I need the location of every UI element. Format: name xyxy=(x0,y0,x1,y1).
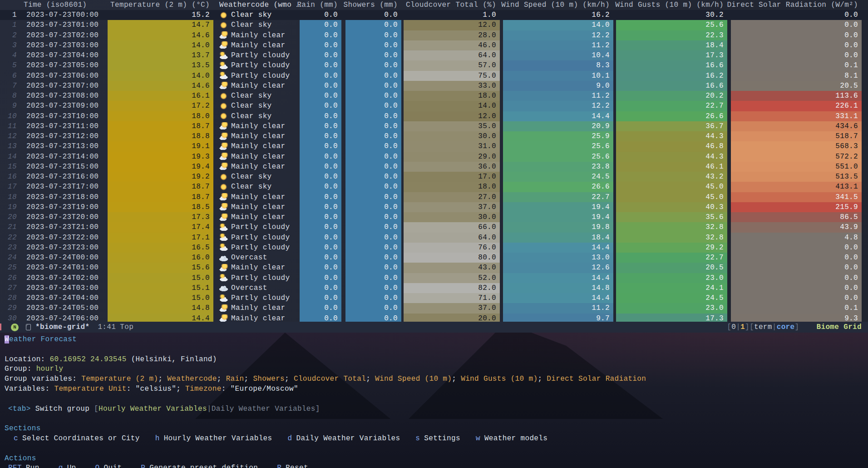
table-row[interactable]: 262023-07-24T02:0015.0Partly cloudy0.00.… xyxy=(0,273,868,283)
action-item-P[interactable]: PGenerate preset defition xyxy=(141,463,258,468)
cell-cloud: 64.0 xyxy=(404,50,500,60)
table-row[interactable]: 292023-07-24T05:0014.8Mainly clear0.00.0… xyxy=(0,303,868,313)
cell-temp: 14.0 xyxy=(108,40,213,50)
table-row[interactable]: 52023-07-23T05:0013.5Partly cloudy0.00.0… xyxy=(0,60,868,70)
cell-temp: 18.7 xyxy=(108,121,213,131)
table-row[interactable]: 272023-07-24T03:0015.1Overcast0.00.082.0… xyxy=(0,283,868,293)
section-item-s[interactable]: sSettings xyxy=(415,434,460,444)
action-item-Q[interactable]: QQuit xyxy=(95,463,122,468)
table-row[interactable]: 82023-07-23T08:0016.1Clear sky0.00.018.0… xyxy=(0,91,868,101)
col-header-wind: Wind Speed (10 m) (km/h) xyxy=(503,1,613,9)
cell-weathercode: Mainly clear xyxy=(216,131,297,141)
tab-hint-segment[interactable]: Daily Weather Variables xyxy=(212,405,316,413)
action-item-R[interactable]: RReset xyxy=(277,463,308,468)
table-row[interactable]: 232023-07-23T23:0016.5Partly cloudy0.00.… xyxy=(0,243,868,253)
action-key: P xyxy=(141,464,145,468)
table-row[interactable]: 282023-07-24T04:0015.0Partly cloudy0.00.… xyxy=(0,293,868,303)
table-row[interactable]: 142023-07-23T14:0019.3Mainly clear0.00.0… xyxy=(0,152,868,162)
cell-showers: 0.0 xyxy=(345,10,401,20)
cell-rain: 0.0 xyxy=(300,192,341,202)
cell-cloud: 43.0 xyxy=(404,263,500,273)
table-row[interactable]: 162023-07-23T16:0019.2Clear sky0.00.017.… xyxy=(0,172,868,182)
cell-solar: 331.1 xyxy=(731,111,862,121)
partly-cloudy-icon xyxy=(219,224,228,231)
line-number: 1 xyxy=(0,21,20,29)
table-row[interactable]: 102023-07-23T10:0018.0Clear sky0.00.012.… xyxy=(0,111,868,121)
tab-hint-segment: Switch group xyxy=(31,405,94,413)
table-row[interactable]: 192023-07-23T19:0018.5Mainly clear0.00.0… xyxy=(0,202,868,212)
location-coordinates[interactable]: 60.16952 24.93545 xyxy=(50,355,127,363)
table-row[interactable]: 62023-07-23T06:0014.0Partly cloudy0.00.0… xyxy=(0,71,868,81)
mainly-clear-icon xyxy=(219,264,228,272)
cell-temp: 14.6 xyxy=(108,81,213,91)
table-row[interactable]: 152023-07-23T15:0019.4Mainly clear0.00.0… xyxy=(0,162,868,172)
cell-gusts: 36.7 xyxy=(616,121,727,131)
table-row[interactable]: 302023-07-24T06:0014.4Mainly clear0.00.0… xyxy=(0,314,868,322)
table-row[interactable]: 12023-07-23T01:0014.7Clear sky0.00.012.0… xyxy=(0,20,868,30)
table-row[interactable]: 72023-07-23T07:0014.6Mainly clear0.00.03… xyxy=(0,81,868,91)
cell-weathercode: Mainly clear xyxy=(216,81,297,91)
group-variable: Rain xyxy=(226,375,244,383)
cell-cloud: 17.0 xyxy=(404,172,500,182)
col-header-solar: Direct Solar Radiation (W/m²) xyxy=(731,1,862,9)
cell-showers: 0.0 xyxy=(345,60,401,70)
cell-gusts: 18.4 xyxy=(616,40,727,50)
cell-temp: 19.4 xyxy=(108,162,213,172)
section-item-w[interactable]: wWeather models xyxy=(476,434,547,444)
line-number: 18 xyxy=(0,193,20,201)
cell-time: 2023-07-23T18:00 xyxy=(20,193,104,201)
cell-time: 2023-07-23T04:00 xyxy=(20,51,104,60)
variables-segment: : "Europe/Moscow" xyxy=(222,385,298,393)
action-item-RET[interactable]: RETRun xyxy=(8,463,39,468)
cell-temp: 14.8 xyxy=(108,303,213,313)
weathercode-label: Clear sky xyxy=(231,173,272,181)
cell-wind: 12.6 xyxy=(503,263,613,273)
table-row[interactable]: 172023-07-23T17:0018.7Clear sky0.00.018.… xyxy=(0,182,868,192)
cell-gusts: 44.3 xyxy=(616,152,727,162)
cell-gusts: 20.2 xyxy=(616,91,727,101)
cell-cloud: 1.0 xyxy=(404,10,500,20)
group-value[interactable]: hourly xyxy=(36,365,64,373)
section-item-d[interactable]: dDaily Weather Variables xyxy=(288,434,400,444)
cell-gusts: 20.5 xyxy=(616,263,727,273)
table-row[interactable]: 42023-07-23T04:0013.7Partly cloudy0.00.0… xyxy=(0,50,868,60)
table-row[interactable]: 32023-07-23T03:0014.0Mainly clear0.00.04… xyxy=(0,40,868,50)
cell-wind: 9.0 xyxy=(503,81,613,91)
tab-hint-segment: <tab> xyxy=(8,405,31,413)
cell-showers: 0.0 xyxy=(345,121,401,131)
cell-solar: 0.1 xyxy=(731,303,862,313)
table-row[interactable]: 22023-07-23T02:0014.6Mainly clear0.00.02… xyxy=(0,30,868,40)
cell-time: 2023-07-23T16:00 xyxy=(20,173,104,181)
table-row[interactable]: 222023-07-23T22:0017.1Partly cloudy0.00.… xyxy=(0,233,868,243)
cell-time: 2023-07-23T10:00 xyxy=(20,112,104,120)
section-item-c[interactable]: cSelect Coordinates or City xyxy=(14,434,140,444)
table-row[interactable]: 202023-07-23T20:0017.3Mainly clear0.00.0… xyxy=(0,212,868,222)
cell-cloud: 33.0 xyxy=(404,81,500,91)
location-line: Location: 60.16952 24.93545 (Helsinki, F… xyxy=(5,355,868,365)
line-number: 5 xyxy=(0,61,20,70)
table-row[interactable]: 212023-07-23T21:0017.4Partly cloudy0.00.… xyxy=(0,222,868,232)
action-item-q[interactable]: qUp xyxy=(59,463,76,468)
section-item-h[interactable]: hHourly Weather Variables xyxy=(155,434,272,444)
cell-temp: 15.0 xyxy=(108,293,213,303)
table-row[interactable]: 182023-07-23T18:0018.7Mainly clear0.00.0… xyxy=(0,192,868,202)
cell-gusts: 46.1 xyxy=(616,162,727,172)
evil-state-indicator: N xyxy=(11,324,19,331)
cell-time: 2023-07-24T01:00 xyxy=(20,264,104,272)
table-row[interactable]: 112023-07-23T11:0018.7Mainly clear0.00.0… xyxy=(0,121,868,131)
tab-hint-segment[interactable]: Hourly Weather Variables xyxy=(99,405,207,413)
table-row[interactable]: 12023-07-23T00:0015.2Clear sky0.00.01.01… xyxy=(0,10,868,20)
action-label: Generate preset defition xyxy=(149,464,258,468)
table-row[interactable]: 132023-07-23T13:0019.1Mainly clear0.00.0… xyxy=(0,141,868,151)
table-row[interactable]: 252023-07-24T01:0015.6Mainly clear0.00.0… xyxy=(0,263,868,273)
cell-rain: 0.0 xyxy=(300,141,341,151)
workspace-indicator[interactable]: [0|1][term|core] xyxy=(727,323,799,331)
line-number: 9 xyxy=(0,102,20,110)
table-row[interactable]: 242023-07-24T00:0016.0Overcast0.00.080.0… xyxy=(0,253,868,263)
buffer-name[interactable]: *biome-grid* xyxy=(35,323,89,331)
table-row[interactable]: 92023-07-23T09:0017.2Clear sky0.00.014.0… xyxy=(0,101,868,111)
table-row[interactable]: 122023-07-23T12:0018.8Mainly clear0.00.0… xyxy=(0,131,868,141)
partly-cloudy-icon xyxy=(219,244,228,251)
action-key: R xyxy=(277,464,281,468)
weathercode-label: Clear sky xyxy=(231,92,272,100)
